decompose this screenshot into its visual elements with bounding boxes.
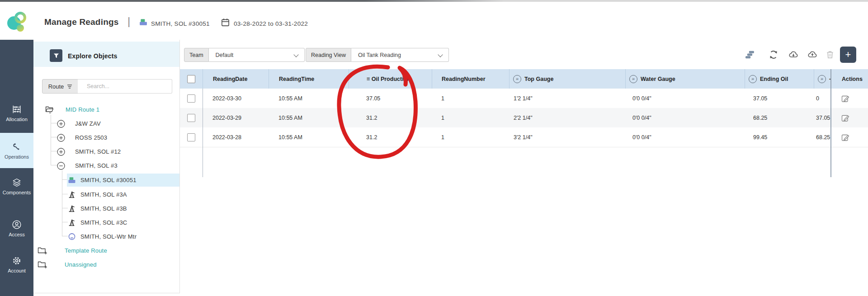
folder-open-icon bbox=[45, 106, 54, 113]
edit-reading-button[interactable] bbox=[841, 113, 850, 122]
table-row: 2022-03-28 10:55 AM 31.2 1 3'2 1/4" 0'0 … bbox=[180, 127, 868, 147]
app-logo-icon bbox=[7, 11, 28, 33]
tree-item-mid-route-1[interactable]: MID Route 1 bbox=[33, 103, 179, 116]
tree-item-smith-sol-12[interactable]: SMITH, SOL #12 bbox=[33, 145, 179, 158]
tree-item-smith-sol-3[interactable]: SMITH, SOL #3 bbox=[33, 159, 179, 172]
frozen-column-divider bbox=[203, 89, 203, 177]
tree-item-smith-sol-3b[interactable]: SMITH, SOL #3B bbox=[33, 202, 179, 215]
tree-item-ross-2503[interactable]: ROSS 2503 bbox=[33, 131, 179, 144]
actions-column-divider bbox=[830, 69, 831, 177]
edit-reading-button[interactable] bbox=[841, 133, 850, 141]
table-row: 2022-03-29 10:55 AM 31.2 1 2'2 1/4" 0'0 … bbox=[180, 108, 868, 128]
well-derrick-icon bbox=[68, 191, 76, 198]
sidebar-item-label: Components bbox=[3, 190, 31, 195]
cell-reading-number: 1 bbox=[432, 108, 509, 127]
add-reading-button[interactable]: + bbox=[840, 47, 856, 63]
chevron-down-icon bbox=[438, 52, 443, 57]
explore-objects-panel: Explore Objects Route bbox=[33, 40, 180, 293]
cell-oil-production: 31.2 bbox=[349, 108, 432, 127]
cell-reading-date: 2022-03-29 bbox=[203, 108, 269, 127]
date-range[interactable]: 03-28-2022 to 03-31-2022 bbox=[234, 20, 308, 27]
folder-plus-icon bbox=[38, 261, 48, 268]
row-checkbox[interactable] bbox=[187, 94, 195, 103]
collapse-minus-icon bbox=[57, 161, 66, 170]
filter-button[interactable] bbox=[50, 49, 62, 62]
team-label: Team bbox=[184, 48, 209, 62]
tank-battery-icon bbox=[68, 176, 76, 184]
water-meter-icon bbox=[68, 233, 76, 240]
reading-view-selector: Reading View Oil Tank Reading bbox=[306, 48, 449, 62]
reading-view-dropdown[interactable]: Oil Tank Reading bbox=[351, 48, 449, 62]
cell-trailing-value: 0 bbox=[814, 89, 830, 108]
sidebar-item-label: Operations bbox=[5, 154, 29, 160]
reading-view-label: Reading View bbox=[306, 48, 351, 62]
calendar-icon[interactable] bbox=[221, 18, 230, 27]
explore-objects-title: Explore Objects bbox=[68, 52, 118, 60]
column-header-truncated[interactable]: - B bbox=[814, 69, 830, 89]
cell-ending-oil: 37.05 bbox=[745, 89, 814, 108]
layers-icon bbox=[12, 178, 22, 188]
column-header-label: Ending Oil bbox=[760, 76, 788, 82]
trash-icon[interactable] bbox=[825, 50, 835, 60]
filter-lines-icon bbox=[67, 84, 72, 89]
team-dropdown[interactable]: Default bbox=[209, 48, 305, 62]
cell-reading-time: 10:55 AM bbox=[269, 108, 349, 127]
sidebar-item-access[interactable]: Access bbox=[0, 213, 33, 243]
well-derrick-icon bbox=[68, 205, 76, 212]
tree-item-label: SMITH, SOL #3B bbox=[80, 205, 127, 212]
edit-reading-button[interactable] bbox=[841, 94, 850, 103]
sidebar-item-account[interactable]: Account bbox=[0, 249, 33, 279]
column-header-reading-time[interactable]: ReadingTime bbox=[269, 69, 349, 89]
cell-reading-date: 2022-03-28 bbox=[203, 127, 269, 147]
top-bar: Manage Readings | SMITH, SOL #30051 03-2… bbox=[0, 2, 868, 40]
cell-oil-production: 37.05 bbox=[349, 89, 432, 108]
readings-main: Team Default Reading View Oil Tank Readi… bbox=[180, 40, 868, 293]
cell-water-gauge: 0'0 0/4" bbox=[625, 108, 745, 127]
tree-item-label: SMITH, SOL #30051 bbox=[80, 177, 137, 183]
select-all-checkbox[interactable] bbox=[187, 75, 195, 83]
tree-item-jw-zav[interactable]: J&W ZAV bbox=[33, 117, 179, 130]
sidebar-item-allocation[interactable]: Allocation bbox=[0, 98, 33, 128]
column-header-reading-date[interactable]: ReadingDate bbox=[203, 69, 269, 89]
table-row: 2022-03-30 10:55 AM 37.05 1 1'2 1/4" 0'0… bbox=[180, 89, 868, 108]
gear-icon bbox=[12, 256, 22, 266]
column-header-oil-production[interactable]: = Oil Production bbox=[349, 69, 432, 89]
tree-item-label: Template Route bbox=[65, 247, 107, 254]
sidebar-item-components[interactable]: Components bbox=[0, 171, 33, 202]
tree-item-unassigned[interactable]: Unassigned bbox=[33, 258, 179, 271]
tree-item-smith-sol-wtr-mtr[interactable]: SMITH, SOL-Wtr Mtr bbox=[33, 230, 179, 243]
row-checkbox[interactable] bbox=[187, 114, 195, 122]
tree-item-smith-sol-30051[interactable]: SMITH, SOL #30051 bbox=[67, 174, 179, 187]
group-steps-icon[interactable] bbox=[745, 50, 755, 60]
abacus-icon bbox=[12, 104, 22, 114]
page-title: Manage Readings bbox=[44, 17, 119, 27]
tree-item-label: SMITH, SOL #3A bbox=[80, 191, 127, 198]
user-circle-icon bbox=[12, 220, 22, 230]
select-all-checkbox-cell bbox=[180, 69, 203, 89]
refresh-icon[interactable] bbox=[769, 50, 778, 60]
funnel-icon bbox=[53, 53, 59, 59]
column-header-ending-oil[interactable]: Ending Oil bbox=[745, 69, 814, 89]
chevrons-circle-icon bbox=[749, 75, 757, 83]
tree-item-smith-sol-3c[interactable]: SMITH, SOL #3C bbox=[33, 216, 179, 229]
column-header-reading-number[interactable]: ReadingNumber bbox=[432, 69, 509, 89]
cloud-upload-icon[interactable] bbox=[807, 50, 817, 60]
cell-reading-time: 10:55 AM bbox=[269, 89, 349, 108]
column-header-water-gauge[interactable]: Water Gauge bbox=[625, 69, 745, 89]
tree-item-smith-sol-3a[interactable]: SMITH, SOL #3A bbox=[33, 188, 179, 201]
cloud-download-icon[interactable] bbox=[788, 50, 798, 60]
column-header-top-gauge[interactable]: Top Gauge bbox=[509, 69, 625, 89]
row-checkbox[interactable] bbox=[187, 133, 195, 141]
tree-item-template-route[interactable]: Template Route bbox=[33, 244, 179, 257]
chevrons-circle-icon bbox=[513, 75, 521, 83]
cell-top-gauge: 3'2 1/4" bbox=[509, 127, 625, 147]
title-separator: | bbox=[127, 15, 130, 28]
sidebar-item-label: Access bbox=[9, 232, 24, 237]
route-filter-tab[interactable]: Route bbox=[42, 79, 79, 94]
cell-trailing-value: 37.05 bbox=[814, 108, 830, 127]
search-input[interactable] bbox=[86, 83, 165, 90]
route-label: Route bbox=[48, 83, 64, 90]
well-derrick-icon bbox=[68, 219, 76, 226]
sidebar-item-operations[interactable]: Operations bbox=[0, 133, 33, 168]
cell-reading-number: 1 bbox=[432, 89, 509, 108]
